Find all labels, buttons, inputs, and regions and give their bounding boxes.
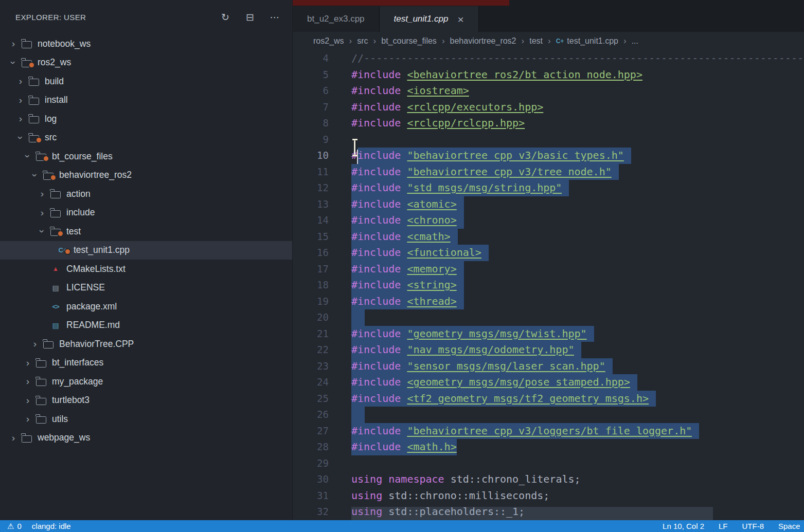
code-token: <string> <box>407 277 456 293</box>
code-text: using std::chrono::milliseconds; <box>351 488 549 504</box>
tree-item-label: install <box>45 95 68 105</box>
folder-icon <box>34 358 48 368</box>
tree-item-build[interactable]: ›build <box>0 72 292 91</box>
breadcrumb-item-src[interactable]: src <box>355 36 369 46</box>
tree-item-license[interactable]: ▤LICENSE <box>0 279 292 298</box>
code-token: #include <box>351 326 401 342</box>
code-line-20: 20 <box>293 309 804 326</box>
eol-indicator[interactable]: LF <box>719 522 728 530</box>
line-number: 6 <box>293 83 329 99</box>
code-line-31: 31using std::chrono::milliseconds; <box>293 488 804 504</box>
tree-item-label: utils <box>52 414 68 425</box>
breadcrumb-label: test <box>529 36 543 46</box>
lsp-status[interactable]: clangd: idle <box>32 522 71 530</box>
code-line-6: 6#include <iostream> <box>293 83 804 99</box>
code-token: using <box>351 488 382 504</box>
code-token: <thread> <box>407 293 456 310</box>
code-line-4: 4//-------------------------------------… <box>293 50 804 67</box>
tab-bt_u2_ex3-cpp[interactable]: bt_u2_ex3.cpp <box>293 6 380 32</box>
tree-item-log[interactable]: ›log <box>0 109 292 129</box>
tree-item-bt-interfaces[interactable]: ›bt_interfaces <box>0 354 292 373</box>
tree-item-action[interactable]: ›action <box>0 185 292 204</box>
line-number: 22 <box>293 342 329 358</box>
code-line-26: 26 <box>293 407 804 423</box>
git-modified-dot <box>57 230 64 237</box>
warning-icon: ⚠ <box>7 522 14 531</box>
tree-item-behaviortree-ros2[interactable]: ›behaviortree_ros2 <box>0 166 292 185</box>
selection-newline-stub <box>574 342 581 358</box>
refresh-icon[interactable]: ↻ <box>219 11 231 23</box>
tree-item-utils[interactable]: ›utils <box>0 410 292 429</box>
code-lines: 4//-------------------------------------… <box>293 50 804 520</box>
breadcrumb-item-test-unit1-cpp[interactable]: C+test_unit1.cpp <box>555 36 620 46</box>
folder-shape <box>50 210 61 217</box>
tree-item-label: bt_course_files <box>52 151 113 162</box>
code-line-8: 8#include <rclcpp/rclcpp.hpp> <box>293 115 804 132</box>
tree-item-package-xml[interactable]: <>package.xml <box>0 297 292 316</box>
selection-newline-stub <box>605 358 613 375</box>
breadcrumb-separator: › <box>518 36 528 46</box>
horizontal-scrollbar[interactable] <box>351 507 713 520</box>
breadcrumb-item-behaviortree-ros2[interactable]: behaviortree_ros2 <box>449 36 518 46</box>
tree-item-include[interactable]: ›include <box>0 204 292 223</box>
breadcrumb-item-bt-course-files[interactable]: bt_course_files <box>380 36 438 46</box>
tree-item-install[interactable]: ›install <box>0 91 292 110</box>
code-token: #include <box>351 439 401 455</box>
breadcrumb-item-[interactable]: ... <box>630 36 640 46</box>
breadcrumb-item-test[interactable]: test <box>528 36 544 46</box>
code-line-15: 15#include <cmath> <box>293 229 804 245</box>
folder-shape <box>29 116 39 123</box>
code-line-10: 10#include "behaviortree_cpp_v3/basic_ty… <box>293 148 804 164</box>
folder-icon <box>20 433 34 443</box>
chevron-right-icon: › <box>7 432 20 444</box>
code-text: #include <rclcpp/executors.hpp> <box>351 99 543 116</box>
tree-item-label: src <box>45 132 57 143</box>
breadcrumb-item-ros2-ws[interactable]: ros2_ws <box>312 36 346 46</box>
code-text: //--------------------------------------… <box>351 50 804 67</box>
line-number: 21 <box>293 326 329 342</box>
selection-newline-stub <box>351 407 365 423</box>
editor-area: bt_u2_ex3.cpp test_unit1.cpp × ros2_ws›s… <box>293 0 804 520</box>
tree-item-turtlebot3[interactable]: ›turtlebot3 <box>0 391 292 410</box>
folder-shape <box>50 191 61 198</box>
collapse-folders-icon[interactable]: ⊟ <box>244 11 256 23</box>
close-icon[interactable]: × <box>457 14 463 25</box>
tree-item-webpage-ws[interactable]: ›webpage_ws <box>0 429 292 448</box>
tree-item-notebook-ws[interactable]: ›notebook_ws <box>0 34 292 53</box>
folder-shape <box>43 341 53 348</box>
warnings-status[interactable]: ⚠ 0 <box>7 522 22 531</box>
code-token: #include <box>351 423 401 439</box>
tree-item-readme-md[interactable]: ▤README.md <box>0 316 292 335</box>
code-token: "sensor_msgs/msg/laser_scan.hpp" <box>407 358 605 375</box>
cursor-position[interactable]: Ln 10, Col 2 <box>663 522 704 530</box>
code-line-22: 22#include "nav_msgs/msg/odometry.hpp" <box>293 342 804 358</box>
code-text: #include "nav_msgs/msg/odometry.hpp" <box>351 342 581 358</box>
selection-newline-stub <box>562 180 569 196</box>
tree-item-ros2-ws[interactable]: ›ros2_ws <box>0 53 292 72</box>
tree-item-my-package[interactable]: ›my_package <box>0 372 292 391</box>
code-token: #include <box>351 212 401 229</box>
code-token: <atomic> <box>407 196 456 213</box>
tree-item-test-unit1-cpp[interactable]: C+test_unit1.cpp <box>0 241 292 260</box>
tree-item-bt-course-files[interactable]: ›bt_course_files <box>0 147 292 166</box>
folder-icon <box>34 396 48 405</box>
folder-icon <box>34 377 48 386</box>
tree-item-behaviortree-cpp[interactable]: ›BehaviorTree.CPP <box>0 335 292 354</box>
tree-item-test[interactable]: ›test <box>0 222 292 241</box>
code-token: <rclcpp/executors.hpp> <box>407 99 543 116</box>
encoding-indicator[interactable]: UTF-8 <box>742 522 764 530</box>
tree-item-cmakelists-txt[interactable]: ▲CMakeLists.txt <box>0 260 292 279</box>
tree-item-src[interactable]: ›src <box>0 129 292 148</box>
git-modified-dot <box>43 155 49 162</box>
line-number: 17 <box>293 261 329 278</box>
folder-shape <box>22 435 32 443</box>
tree-item-label: ros2_ws <box>38 57 71 68</box>
code-editor[interactable]: 4//-------------------------------------… <box>293 50 804 520</box>
tab-test_unit1-cpp[interactable]: test_unit1.cpp × <box>380 6 479 32</box>
code-token: std::chrono_literals; <box>444 471 581 488</box>
more-actions-icon[interactable]: ⋯ <box>269 11 281 23</box>
code-line-25: 25#include <tf2_geometry_msgs/tf2_geomet… <box>293 391 804 407</box>
selection-newline-stub <box>457 261 464 278</box>
indentation-indicator[interactable]: Spaces: 4 <box>778 522 800 530</box>
code-token <box>401 180 407 196</box>
